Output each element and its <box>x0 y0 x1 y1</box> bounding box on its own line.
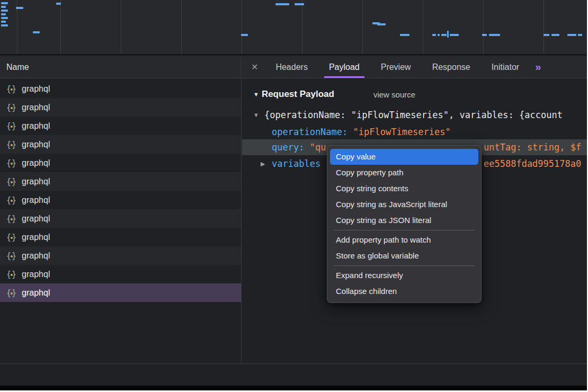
json-braces-icon: {} <box>6 84 17 94</box>
request-name: graphql <box>22 140 50 149</box>
view-source-link[interactable]: view source <box>373 90 415 99</box>
devtools-window: Name {}graphql{}graphql{}graphql{}graphq… <box>0 0 587 390</box>
timeline-activity-bar <box>482 34 487 36</box>
json-braces-icon: {} <box>6 270 17 279</box>
timeline-activity-bar <box>551 34 559 36</box>
request-name: graphql <box>22 195 50 205</box>
timeline-activity-bar <box>489 34 500 36</box>
json-icon-dot <box>11 144 13 146</box>
request-payload-section: ▼ Request Payload view source <box>242 88 587 101</box>
request-list: {}graphql{}graphql{}graphql{}graphql{}gr… <box>0 78 241 302</box>
operation-name-row[interactable]: operationName: "ipFlowTimeseries" <box>242 124 587 139</box>
payload-root-row[interactable]: ▼ {operationName: "ipFlowTimeseries", va… <box>242 108 587 122</box>
tab-payload[interactable]: Payload <box>324 56 364 78</box>
request-row[interactable]: {}graphql <box>0 135 241 154</box>
close-icon[interactable]: ✕ <box>242 62 265 72</box>
json-icon-dot <box>11 255 13 257</box>
request-name: graphql <box>22 233 50 242</box>
json-braces-icon: {} <box>6 121 17 131</box>
request-row[interactable]: {}graphql <box>0 246 241 265</box>
menu-item-copy-value[interactable]: Copy value <box>330 149 478 165</box>
name-column-header[interactable]: Name <box>0 56 241 78</box>
json-icon-dot <box>11 126 13 128</box>
menu-item-add-property-path-to-watch[interactable]: Add property path to watch <box>330 232 478 248</box>
menu-item-expand-recursively[interactable]: Expand recursively <box>330 268 478 283</box>
property-key: variables <box>272 158 320 169</box>
property-value: "ipFlowTimeseries" <box>353 127 451 137</box>
timeline-activity-bar <box>1 10 8 12</box>
timeline-activity-bar <box>1 21 6 23</box>
request-row[interactable]: {}graphql <box>0 172 241 191</box>
request-name: graphql <box>22 84 50 94</box>
timeline-activity-bar <box>295 3 304 5</box>
tab-bar: ✕ HeadersPayloadPreviewResponseInitiator… <box>242 56 587 78</box>
request-row[interactable]: {}graphql <box>0 209 241 228</box>
request-name: graphql <box>22 121 50 131</box>
timeline-activity-bar <box>33 31 40 33</box>
section-collapse-triangle-icon[interactable]: ▼ <box>253 91 259 97</box>
timeline-activity-bar <box>56 3 61 5</box>
timeline-activity-bar <box>450 34 459 36</box>
timeline-activity-bar <box>578 34 582 36</box>
json-braces-icon: {} <box>6 103 17 112</box>
timeline-activity-bar <box>438 34 440 36</box>
json-braces-icon: {} <box>6 251 17 261</box>
timeline-activity-bar <box>400 34 409 36</box>
timeline-activity-bar <box>567 34 576 36</box>
request-name: graphql <box>22 177 50 186</box>
timeline-activity-bar <box>544 34 549 36</box>
tab-headers[interactable]: Headers <box>271 56 312 78</box>
request-name: graphql <box>22 288 50 298</box>
menu-separator <box>334 265 475 266</box>
request-name: graphql <box>22 158 50 168</box>
json-icon-dot <box>11 163 13 165</box>
json-icon-dot <box>11 181 13 183</box>
timeline-activity-bar <box>1 6 6 8</box>
json-braces-icon: {} <box>6 288 17 298</box>
menu-item-copy-string-contents[interactable]: Copy string contents <box>330 181 478 197</box>
menu-item-copy-property-path[interactable]: Copy property path <box>330 165 478 181</box>
timeline-activity-bar <box>1 24 8 26</box>
json-icon-dot <box>11 292 13 295</box>
tab-initiator[interactable]: Initiator <box>487 56 524 78</box>
request-row[interactable]: {}graphql <box>0 191 241 209</box>
json-icon-dot <box>11 274 13 276</box>
request-row[interactable]: {}graphql <box>0 154 241 172</box>
timeline-activity-bar <box>1 2 8 4</box>
json-icon-dot <box>11 218 13 220</box>
json-icon-dot <box>11 88 13 91</box>
menu-item-copy-string-as-json-literal[interactable]: Copy string as JSON literal <box>330 212 478 228</box>
tab-response[interactable]: Response <box>427 56 475 78</box>
timeline-activity-bar <box>275 3 289 5</box>
json-braces-icon: {} <box>6 177 17 186</box>
menu-item-store-as-global-variable[interactable]: Store as global variable <box>330 248 478 264</box>
property-value-start: "qu <box>310 142 326 153</box>
json-braces-icon: {} <box>6 158 17 168</box>
network-overview-timeline[interactable] <box>0 0 587 55</box>
timeline-activity-bar <box>1 13 6 15</box>
request-row[interactable]: {}graphql <box>0 283 241 302</box>
property-value-visible-end: untTag: string, $f <box>484 139 581 155</box>
json-icon-dot <box>11 107 13 109</box>
request-row[interactable]: {}graphql <box>0 265 241 283</box>
expand-triangle-icon[interactable]: ▼ <box>253 112 264 118</box>
overflow-tabs-icon[interactable]: » <box>535 61 541 73</box>
expand-triangle-icon[interactable]: ▶ <box>261 161 272 167</box>
property-key: query: <box>272 142 310 153</box>
request-row[interactable]: {}graphql <box>0 228 241 246</box>
timeline-activity-bar <box>447 31 449 38</box>
timeline-activity-bar <box>432 34 436 36</box>
request-row[interactable]: {}graphql <box>0 79 241 98</box>
tab-preview[interactable]: Preview <box>376 56 416 78</box>
menu-item-copy-string-as-javascript-literal[interactable]: Copy string as JavaScript literal <box>330 197 478 212</box>
timeline-activity-bar <box>1 17 8 19</box>
tab-strip: HeadersPayloadPreviewResponseInitiator <box>265 56 530 78</box>
request-row[interactable]: {}graphql <box>0 117 241 135</box>
request-row[interactable]: {}graphql <box>0 98 241 117</box>
request-name: graphql <box>22 270 50 279</box>
timeline-activity-bar <box>377 23 386 25</box>
status-bar <box>0 363 587 386</box>
window-bottom-edge <box>0 386 587 390</box>
menu-item-collapse-children[interactable]: Collapse children <box>330 283 478 299</box>
context-menu: Copy valueCopy property pathCopy string … <box>327 145 482 303</box>
